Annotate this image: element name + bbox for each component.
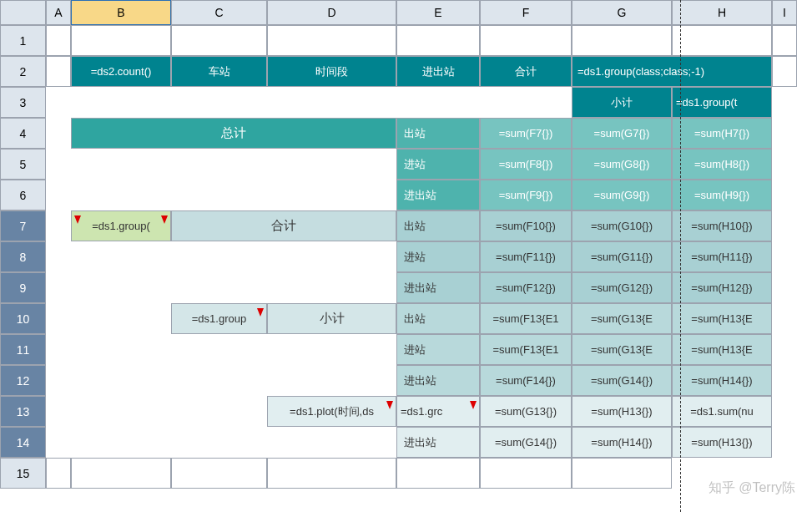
cell-D2[interactable]: 时间段 (267, 56, 396, 87)
cell-H5[interactable]: =sum(H8{}) (672, 149, 772, 180)
cell-B2[interactable]: =ds2.count() (71, 56, 171, 87)
cell-G6[interactable]: =sum(G9{}) (572, 180, 672, 210)
col-header-G[interactable]: G (572, 0, 672, 25)
cell-F14[interactable]: =sum(G14{}) (480, 427, 572, 458)
row-header-12[interactable]: 12 (0, 365, 46, 396)
cell-F5[interactable]: =sum(F8{}) (480, 149, 572, 180)
cell-G12[interactable]: =sum(G14{}) (572, 365, 672, 396)
cell-H4[interactable]: =sum(H7{}) (672, 118, 772, 149)
cell-H14[interactable]: =sum(H13{}) (672, 427, 772, 458)
corner-cell[interactable] (0, 0, 46, 25)
cell-E7[interactable]: 出站 (396, 210, 480, 241)
cell-G3[interactable]: 小计 (572, 87, 672, 118)
cell-C10[interactable]: =ds1.group (171, 303, 267, 334)
row-header-11[interactable]: 11 (0, 334, 46, 365)
row-header-3[interactable]: 3 (0, 87, 46, 118)
col-header-I[interactable]: I (772, 0, 797, 25)
cell-F11[interactable]: =sum(F13{E1 (480, 334, 572, 365)
cell-F1[interactable] (480, 25, 572, 56)
cell-E8[interactable]: 进站 (396, 241, 480, 272)
cell-heji[interactable]: 合计 (171, 210, 396, 241)
row-header-4[interactable]: 4 (0, 118, 46, 149)
cell-F13[interactable]: =sum(G13{}) (480, 396, 572, 427)
cell-G4[interactable]: =sum(G7{}) (572, 118, 672, 149)
cell-H9[interactable]: =sum(H12{}) (672, 272, 772, 303)
cell-G11[interactable]: =sum(G13{E (572, 334, 672, 365)
cell-C15[interactable] (71, 458, 171, 489)
cell-E4[interactable]: 出站 (396, 118, 480, 149)
col-header-E[interactable]: E (396, 0, 480, 25)
row-header-9[interactable]: 9 (0, 272, 46, 303)
cell-F15[interactable] (396, 458, 480, 489)
cell-H12[interactable]: =sum(H14{}) (672, 365, 772, 396)
cell-E15[interactable] (267, 458, 396, 489)
cell-G7[interactable]: =sum(G10{}) (572, 210, 672, 241)
cell-A2[interactable] (46, 56, 71, 87)
col-header-H[interactable]: H (672, 0, 772, 25)
cell-G10[interactable]: =sum(G13{E (572, 303, 672, 334)
cell-G2[interactable]: =ds1.group(class;class;-1) (572, 56, 772, 87)
cell-xiaoji[interactable]: 小计 (267, 303, 396, 334)
cell-F10[interactable]: =sum(F13{E1 (480, 303, 572, 334)
row-header-5[interactable]: 5 (0, 149, 46, 180)
cell-E13[interactable]: =ds1.grc (396, 396, 480, 427)
cell-F7[interactable]: =sum(F10{}) (480, 210, 572, 241)
cell-G1[interactable] (572, 25, 672, 56)
row-header-13[interactable]: 13 (0, 396, 46, 427)
cell-B7[interactable]: =ds1.group( (71, 210, 171, 241)
cell-E9[interactable]: 进出站 (396, 272, 480, 303)
cell-E11[interactable]: 进站 (396, 334, 480, 365)
cell-B1[interactable] (71, 25, 171, 56)
cell-D13[interactable]: =ds1.plot(时间,ds (267, 396, 396, 427)
cell-C1[interactable] (171, 25, 267, 56)
cell-G13[interactable]: =sum(H13{}) (572, 396, 672, 427)
cell-G5[interactable]: =sum(G8{}) (572, 149, 672, 180)
row-header-15[interactable]: 15 (0, 458, 46, 489)
cell-F2[interactable]: 合计 (480, 56, 572, 87)
cell-C2[interactable]: 车站 (171, 56, 267, 87)
row-header-7[interactable]: 7 (0, 210, 46, 241)
col-header-F[interactable]: F (480, 0, 572, 25)
row-header-8[interactable]: 8 (0, 241, 46, 272)
cell-G14[interactable]: =sum(H14{}) (572, 427, 672, 458)
cell-D1[interactable] (267, 25, 396, 56)
col-header-C[interactable]: C (171, 0, 267, 25)
cell-E12[interactable]: 进出站 (396, 365, 480, 396)
row-header-10[interactable]: 10 (0, 303, 46, 334)
cell-I1[interactable] (772, 25, 797, 56)
cell-H3[interactable]: =ds1.group(t (672, 87, 772, 118)
col-header-B[interactable]: B (71, 0, 171, 25)
cell-B15[interactable] (46, 458, 71, 489)
cell-H10[interactable]: =sum(H13{E (672, 303, 772, 334)
cell-H7[interactable]: =sum(H10{}) (672, 210, 772, 241)
cell-G8[interactable]: =sum(G11{}) (572, 241, 672, 272)
cell-I2[interactable] (772, 56, 797, 87)
cell-total-label[interactable]: 总计 (71, 118, 396, 149)
cell-F4[interactable]: =sum(F7{}) (480, 118, 572, 149)
cell-H1[interactable] (672, 25, 772, 56)
cell-E10[interactable]: 出站 (396, 303, 480, 334)
col-header-A[interactable]: A (46, 0, 71, 25)
cell-H11[interactable]: =sum(H13{E (672, 334, 772, 365)
cell-H6[interactable]: =sum(H9{}) (672, 180, 772, 210)
cell-H8[interactable]: =sum(H11{}) (672, 241, 772, 272)
cell-G15[interactable] (480, 458, 572, 489)
cell-F12[interactable]: =sum(F14{}) (480, 365, 572, 396)
cell-E2[interactable]: 进出站 (396, 56, 480, 87)
row-header-14[interactable]: 14 (0, 427, 46, 458)
cell-G9[interactable]: =sum(G12{}) (572, 272, 672, 303)
cell-E1[interactable] (396, 25, 480, 56)
row-header-1[interactable]: 1 (0, 25, 46, 56)
cell-E14[interactable]: 进出站 (396, 427, 480, 458)
cell-F6[interactable]: =sum(F9{}) (480, 180, 572, 210)
cell-D15[interactable] (171, 458, 267, 489)
cell-E5[interactable]: 进站 (396, 149, 480, 180)
row-header-2[interactable]: 2 (0, 56, 46, 87)
cell-A1[interactable] (46, 25, 71, 56)
cell-F8[interactable]: =sum(F11{}) (480, 241, 572, 272)
cell-H15[interactable] (572, 458, 672, 489)
cell-E6[interactable]: 进出站 (396, 180, 480, 210)
cell-F9[interactable]: =sum(F12{}) (480, 272, 572, 303)
row-header-6[interactable]: 6 (0, 180, 46, 210)
col-header-D[interactable]: D (267, 0, 396, 25)
